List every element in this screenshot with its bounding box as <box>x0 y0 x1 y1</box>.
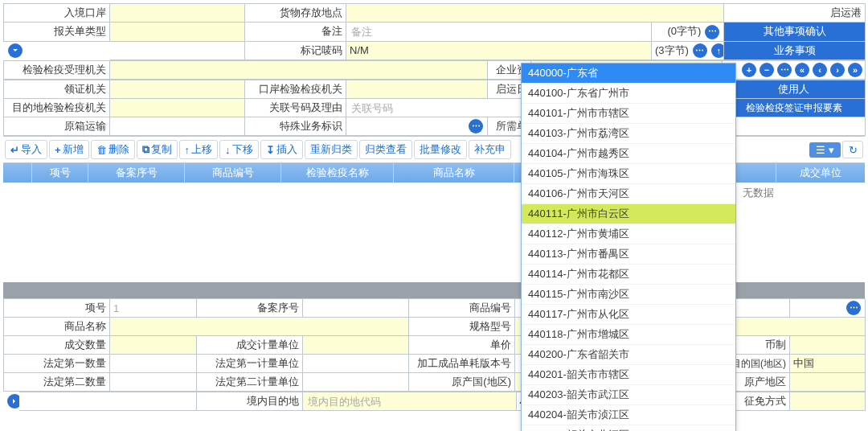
lbl-process-ver: 加工成品单耗版本号 <box>409 355 515 373</box>
dropdown-option[interactable]: 440113-广州市番禺区 <box>522 244 735 265</box>
field-exempt[interactable] <box>789 392 865 411</box>
pager-prev-icon[interactable]: ‹ <box>813 63 827 77</box>
field-qty-unit[interactable] <box>303 336 409 355</box>
dropdown-option[interactable]: 440117-广州市从化区 <box>522 305 735 325</box>
field-legal2-unit[interactable] <box>303 373 409 392</box>
btn-other-confirm[interactable]: 其他事项确认 <box>724 23 866 42</box>
field-storage[interactable] <box>346 4 724 23</box>
dropdown-option[interactable]: 440106-广州市天河区 <box>522 184 735 204</box>
tb-batch[interactable]: 批量修改 <box>414 140 467 159</box>
gh-blank <box>3 163 32 183</box>
field-remark[interactable] <box>346 23 652 42</box>
lbl-insp-accept: 检验检疫受理机关 <box>4 61 110 80</box>
dropdown-option[interactable]: 440203-韶关市武江区 <box>522 385 735 405</box>
remark-input[interactable] <box>350 25 648 39</box>
dropdown-option[interactable]: 440118-广州市增城区 <box>522 325 735 345</box>
row-inspection-org: 检验检疫受理机关 企业资 + − ⋯ « ‹ › » <box>3 60 866 80</box>
lbl-remark: 备注 <box>245 23 346 42</box>
dropdown-option[interactable]: 440205-韶关市曲江区 <box>522 425 735 431</box>
dropdown-option[interactable]: 440112-广州市黄埔区 <box>522 224 735 244</box>
pager-add-icon[interactable]: + <box>742 63 756 77</box>
field-origin-region[interactable] <box>790 373 866 392</box>
lbl-entry-port: 入境口岸 <box>4 4 110 23</box>
lbl-assoc-no: 关联号码及理由 <box>245 99 346 117</box>
btn-insp-elements[interactable]: 检验检疫签证申报要素 <box>723 99 866 117</box>
pager-last-icon[interactable]: » <box>848 63 862 77</box>
gh-goods-name[interactable]: 商品名称 <box>394 163 514 183</box>
dropdown-option[interactable]: 440201-韶关市市辖区 <box>522 365 735 385</box>
dropdown-option[interactable]: 440200-广东省韶关市 <box>522 345 735 365</box>
tb-down[interactable]: ↓下移 <box>219 140 259 159</box>
gh-item-no[interactable]: 项号 <box>32 163 88 183</box>
btn-biz-items[interactable]: 业务事项 <box>724 41 866 60</box>
lbl-goodscode2: 商品编号 <box>409 299 515 318</box>
field-domestic-dest-code[interactable] <box>302 392 516 411</box>
tb-classview[interactable]: 归类查看 <box>359 140 412 159</box>
tb-insert[interactable]: ↧插入 <box>260 140 303 159</box>
lbl-goodsname2: 商品名称 <box>4 318 110 336</box>
field-mark[interactable]: N/M <box>346 41 652 60</box>
dropdown-option[interactable]: 440115-广州市南沙区 <box>522 285 735 305</box>
dropdown-option[interactable]: 440114-广州市花都区 <box>522 265 735 285</box>
pager-more-icon[interactable]: ⋯ <box>777 63 792 77</box>
field-itemno[interactable]: 1 <box>110 299 197 318</box>
field-legal1-unit[interactable] <box>303 355 409 373</box>
btn-user[interactable]: 使用人 <box>723 80 866 99</box>
gh-unit[interactable]: 成交单位 <box>776 163 865 183</box>
dropdown-option[interactable]: 440103-广州市荔湾区 <box>522 124 735 144</box>
goodscode-more-icon[interactable]: ⋯ <box>846 301 861 315</box>
pager-first-icon[interactable]: « <box>795 63 809 77</box>
lbl-qty: 成交数量 <box>4 336 110 355</box>
gh-insp-name[interactable]: 检验检疫名称 <box>281 163 394 183</box>
lbl-unitprice: 单价 <box>409 336 515 355</box>
field-decl-type[interactable] <box>110 23 245 42</box>
more-icon-2[interactable]: ⋯ <box>693 43 707 58</box>
region-dropdown[interactable]: 440000-广东省440100-广东省广州市440101-广州市市辖区4401… <box>521 63 736 431</box>
top-form: 入境口岸 货物存放地点 启运港 报关单类型 备注 (0字节) ⋯ 其他事项确认 … <box>3 3 866 60</box>
field-dest-insp[interactable] <box>110 99 245 117</box>
field-insp-accept[interactable] <box>110 61 488 80</box>
up-arrow-icon[interactable]: ↑ <box>711 43 723 58</box>
pager-minus-icon[interactable]: − <box>760 63 774 77</box>
tb-reclass[interactable]: 重新归类 <box>305 140 358 159</box>
app-root: 入境口岸 货物存放地点 启运港 报关单类型 备注 (0字节) ⋯ 其他事项确认 … <box>3 3 865 429</box>
pager-next-icon[interactable]: › <box>830 63 845 77</box>
tb-add[interactable]: +新增 <box>49 140 89 159</box>
tb-up[interactable]: ↑上移 <box>179 140 219 159</box>
field-legal1-qty[interactable] <box>110 355 197 373</box>
lbl-qty-unit: 成交计量单位 <box>197 336 303 355</box>
tb-list-view[interactable]: ☰ ▾ <box>809 142 841 158</box>
expand-icon-2[interactable] <box>7 394 19 408</box>
expand-icon[interactable] <box>8 43 23 58</box>
field-entry-port[interactable] <box>110 4 245 23</box>
field-currency[interactable] <box>790 336 866 355</box>
special-biz-more-icon[interactable]: ⋯ <box>469 119 483 133</box>
dropdown-option[interactable]: 440000-广东省 <box>522 64 735 84</box>
nodata-text: 无数据 <box>743 186 774 200</box>
field-orig-container[interactable] <box>110 117 245 136</box>
dropdown-option[interactable]: 440104-广州市越秀区 <box>522 144 735 164</box>
gh-record-seq[interactable]: 备案序号 <box>88 163 185 183</box>
field-special-biz[interactable]: ⋯ <box>346 117 488 136</box>
tb-copy[interactable]: ⧉复制 <box>137 140 178 159</box>
dropdown-option[interactable]: 440111-广州市白云区 <box>522 204 735 224</box>
field-recordseq2[interactable] <box>303 299 409 318</box>
dropdown-option[interactable]: 440105-广州市海珠区 <box>522 164 735 184</box>
lower-form: 项号 1 备案序号 商品编号 ⋯ 商品名称 规格型号 成交数量 成交计量单位 单… <box>3 298 866 392</box>
dropdown-option[interactable]: 440204-韶关市浈江区 <box>522 405 735 425</box>
field-dest-country[interactable]: 中国 <box>790 355 866 373</box>
more-icon[interactable]: ⋯ <box>705 25 719 39</box>
tb-supplement[interactable]: 补充申 <box>469 140 511 159</box>
field-port-insp[interactable] <box>346 80 488 99</box>
field-legal2-qty[interactable] <box>110 373 197 392</box>
tb-import[interactable]: ↵导入 <box>5 140 47 159</box>
dropdown-option[interactable]: 440101-广州市市辖区 <box>522 104 735 124</box>
field-qty[interactable] <box>110 336 197 355</box>
tb-delete[interactable]: 🗑删除 <box>91 140 135 159</box>
tb-refresh[interactable]: ↻ <box>842 141 863 158</box>
field-cert-org[interactable] <box>110 80 245 99</box>
gh-goods-code[interactable]: 商品编号 <box>185 163 281 183</box>
field-goodsname2[interactable] <box>110 318 409 336</box>
lbl-domestic-dest: 境内目的地 <box>196 392 302 411</box>
dropdown-option[interactable]: 440100-广东省广州市 <box>522 84 735 104</box>
